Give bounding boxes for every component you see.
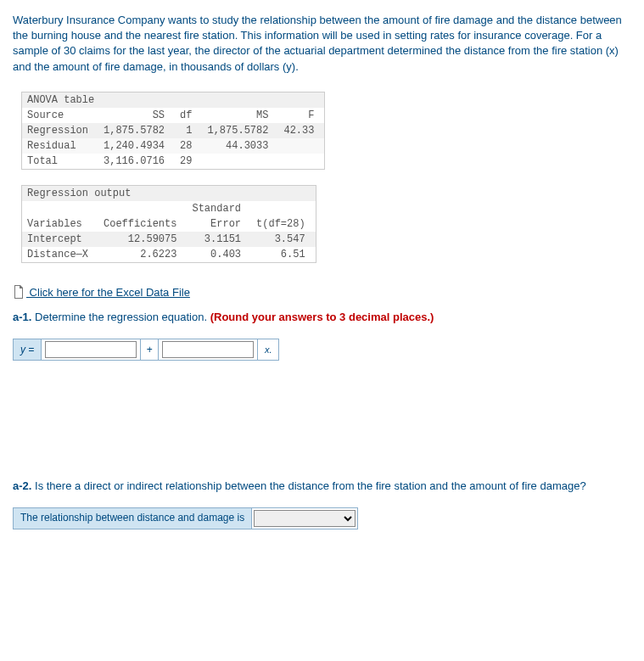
question-a2: a-2. Is there a direct or indirect relat… bbox=[13, 479, 632, 492]
plus-label: + bbox=[141, 339, 159, 361]
table-row: Intercept bbox=[22, 232, 98, 247]
relationship-label: The relationship between distance and da… bbox=[13, 507, 252, 529]
regout-h-se2: Error bbox=[187, 216, 251, 232]
y-equals-label: y = bbox=[13, 339, 42, 361]
relationship-select[interactable] bbox=[254, 510, 356, 527]
regout-h-vars: Variables bbox=[22, 216, 98, 232]
regout-h-se1: Standard bbox=[187, 201, 251, 216]
anova-title: ANOVA table bbox=[22, 92, 324, 108]
table-row: Distance—X bbox=[22, 247, 98, 262]
intercept-input[interactable] bbox=[45, 341, 137, 358]
anova-h-source: Source bbox=[22, 108, 98, 123]
x-suffix-label: x. bbox=[258, 339, 279, 361]
regression-output-table: Regression output Standard Variables Coe… bbox=[21, 185, 316, 263]
file-icon bbox=[13, 285, 25, 299]
anova-h-df: df bbox=[175, 108, 202, 123]
table-row: Regression bbox=[22, 123, 98, 138]
anova-h-ss: SS bbox=[98, 108, 175, 123]
question-a1: a-1. Determine the regression equation. … bbox=[13, 311, 632, 323]
intro-paragraph: Waterbury Insurance Company wants to stu… bbox=[13, 13, 632, 75]
anova-h-f: F bbox=[278, 108, 324, 123]
regout-h-t: t(df=28) bbox=[251, 216, 316, 232]
slope-input[interactable] bbox=[162, 341, 254, 358]
excel-file-link[interactable]: Click here for the Excel Data File bbox=[26, 286, 190, 299]
anova-h-ms: MS bbox=[202, 108, 278, 123]
regout-h-coef: Coefficients bbox=[98, 216, 187, 232]
table-row: Residual bbox=[22, 138, 98, 154]
relationship-select-row: The relationship between distance and da… bbox=[13, 507, 358, 529]
regression-equation-inputs: y = + x. bbox=[13, 339, 279, 361]
regout-title: Regression output bbox=[22, 186, 316, 201]
anova-table: ANOVA table Source SS df MS F Regression… bbox=[21, 92, 325, 170]
table-row: Total bbox=[22, 154, 98, 169]
